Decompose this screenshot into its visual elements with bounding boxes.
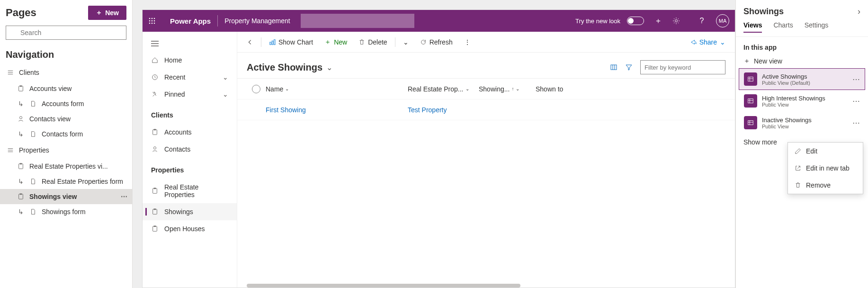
overflow-button[interactable]: ⋮ [460, 36, 474, 48]
back-button[interactable] [243, 37, 257, 47]
svg-rect-47 [748, 99, 753, 103]
more-icon[interactable]: ⋯ [121, 193, 127, 200]
nav-showings-view[interactable]: Showings view ⋯ [0, 189, 132, 204]
view-item-subtitle: Public View [762, 124, 812, 129]
nav-clients-header: Clients [143, 103, 237, 124]
menu-edit-new-tab[interactable]: Edit in new tab [788, 160, 863, 177]
group-clients-label: Clients [19, 69, 39, 76]
filter-keyword-input[interactable] [640, 60, 725, 74]
tab-charts[interactable]: Charts [773, 21, 793, 33]
view-item-subtitle: Public View (Default) [762, 80, 810, 86]
nav-openhouses[interactable]: Open Houses [143, 220, 237, 237]
app-main-content: Show Chart ＋ New Delete ⌄ Refresh [237, 32, 735, 288]
svg-rect-39 [272, 41, 273, 45]
view-title[interactable]: Active Showings [247, 62, 322, 73]
view-item-title: High Interest Showings [762, 95, 825, 102]
new-page-button[interactable]: ＋ New [88, 6, 126, 20]
nav-properties-header: Properties [143, 158, 237, 179]
edit-columns-icon[interactable] [610, 63, 617, 71]
divider [217, 15, 218, 27]
column-showing[interactable]: Showing... ↑ ⌄ [479, 85, 536, 93]
nav-label: Pinned [164, 90, 185, 98]
more-icon[interactable]: ⋯ [852, 97, 860, 106]
svg-point-19 [152, 20, 153, 22]
view-item-inactive[interactable]: Inactive Showings Public View ⋯ [739, 112, 865, 134]
navigation-heading: Navigation [0, 45, 132, 64]
svg-rect-5 [19, 86, 23, 91]
refresh-icon [420, 39, 427, 45]
group-properties-label: Properties [19, 146, 49, 154]
waffle-icon[interactable] [148, 17, 163, 25]
chevron-down-icon[interactable]: ⌄ [326, 63, 332, 72]
nav-item-label: Real Estate Properties form [42, 178, 123, 185]
delete-button[interactable]: Delete [355, 36, 391, 48]
nav-contacts[interactable]: Contacts [143, 141, 237, 158]
svg-point-15 [149, 18, 151, 19]
nav-contacts-view[interactable]: Contacts view [0, 111, 132, 126]
pages-sidebar: Pages ＋ New Navigation Clients Accounts … [0, 0, 133, 288]
plus-icon: ＋ [743, 57, 750, 65]
nav-rep-view[interactable]: Real Estate Properties vi... [0, 159, 132, 174]
nav-showings-form[interactable]: ↳ Showings form [0, 204, 132, 219]
view-item-high-interest[interactable]: High Interest Showings Public View ⋯ [739, 90, 865, 112]
nav-item-label: Showings view [29, 193, 77, 200]
gear-icon[interactable] [672, 17, 688, 25]
help-icon[interactable]: ? [694, 17, 709, 25]
nav-rep[interactable]: Real Estate Properties [143, 179, 237, 203]
chevron-right-icon[interactable]: › [858, 7, 860, 17]
nav-contacts-form[interactable]: ↳ Contacts form [0, 126, 132, 142]
new-view-button[interactable]: ＋ New view [736, 54, 868, 68]
nav-accounts-view[interactable]: Accounts view [0, 81, 132, 96]
group-properties[interactable]: Properties [0, 142, 132, 159]
try-new-look-label: Try the new look [575, 18, 620, 25]
nav-home[interactable]: Home [143, 52, 237, 69]
column-shown-to[interactable]: Shown to [536, 85, 573, 93]
more-icon[interactable]: ⋯ [852, 75, 860, 84]
document-icon [29, 100, 37, 108]
grid-data-row[interactable]: First Showing Test Property [237, 99, 735, 120]
column-property[interactable]: Real Estate Prop... ⌄ [408, 85, 479, 93]
app-preview: Power Apps Property Management Try the n… [133, 0, 735, 288]
svg-rect-44 [748, 77, 753, 81]
svg-point-7 [19, 117, 22, 119]
menu-remove[interactable]: Remove [788, 177, 863, 194]
nav-showings[interactable]: Showings [143, 203, 237, 220]
select-all-checkbox[interactable] [252, 85, 260, 93]
nav-label: Home [164, 56, 182, 64]
delete-dropdown[interactable]: ⌄ [399, 36, 412, 48]
lookup-link[interactable]: Test Property [408, 106, 447, 114]
chart-icon [269, 39, 276, 45]
column-name[interactable]: Name ⌄ [266, 85, 408, 93]
new-record-button[interactable]: ＋ New [321, 36, 351, 48]
view-item-active-showings[interactable]: Active Showings Public View (Default) ⋯ [739, 68, 865, 90]
nav-pinned[interactable]: Pinned ⌄ [143, 86, 237, 103]
topbar-search[interactable] [301, 14, 414, 28]
right-panel-title: Showings [743, 7, 784, 17]
refresh-button[interactable]: Refresh [416, 36, 456, 48]
show-chart-button[interactable]: Show Chart [265, 36, 317, 48]
nav-recent[interactable]: Recent ⌄ [143, 69, 237, 86]
search-input[interactable] [6, 26, 126, 40]
nav-label: Real Estate Properties [164, 183, 228, 198]
hamburger-icon[interactable] [143, 36, 237, 52]
group-clients[interactable]: Clients [0, 64, 132, 81]
more-icon[interactable]: ⋯ [852, 118, 860, 127]
plus-icon[interactable]: ＋ [651, 16, 666, 26]
horizontal-scrollbar[interactable] [247, 284, 520, 288]
try-new-look-toggle[interactable] [627, 17, 644, 25]
chevron-down-icon: ⌄ [223, 73, 228, 81]
nav-rep-form[interactable]: ↳ Real Estate Properties form [0, 174, 132, 189]
filter-icon[interactable] [625, 63, 633, 71]
person-icon [151, 145, 159, 153]
record-link[interactable]: First Showing [266, 106, 306, 114]
subitem-icon: ↳ [17, 100, 25, 108]
pin-icon [151, 90, 159, 98]
table-icon [744, 94, 757, 108]
nav-accounts[interactable]: Accounts [143, 124, 237, 141]
menu-edit[interactable]: Edit [788, 143, 863, 160]
tab-settings[interactable]: Settings [805, 21, 829, 33]
share-button[interactable]: Share ⌄ [686, 36, 729, 48]
user-avatar[interactable]: MA [716, 14, 729, 27]
nav-accounts-form[interactable]: ↳ Accounts form [0, 96, 132, 111]
tab-views[interactable]: Views [743, 21, 762, 33]
